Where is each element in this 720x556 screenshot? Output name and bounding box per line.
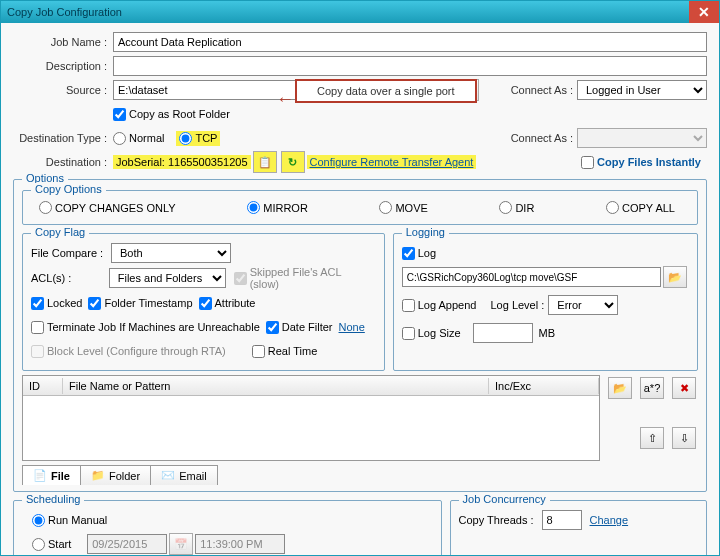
filepattern-col: File Name or Pattern <box>63 378 489 394</box>
concurrency-legend: Job Concurrency <box>459 493 550 505</box>
copyall-radio[interactable]: COPY ALL <box>606 201 675 214</box>
copythreads-label: Copy Threads : <box>459 514 534 526</box>
copy-icon: 📋 <box>258 156 272 169</box>
time-input <box>195 534 285 554</box>
folder-icon: 📁 <box>91 469 105 482</box>
filecompare-select[interactable]: Both <box>111 243 231 263</box>
folder-icon: 📂 <box>668 271 682 284</box>
terminate-checkbox[interactable]: Terminate Job If Machines are Unreachabl… <box>31 321 260 334</box>
window-title: Copy Job Configuration <box>7 6 122 18</box>
cal-button: 📅 <box>169 533 193 555</box>
email-icon: ✉️ <box>161 469 175 482</box>
filecompare-label: File Compare : <box>31 247 111 259</box>
scheduling-legend: Scheduling <box>22 493 84 505</box>
add-icon: 📂 <box>613 382 627 395</box>
folder-tab[interactable]: 📁Folder <box>80 465 151 485</box>
locked-checkbox[interactable]: Locked <box>31 297 82 310</box>
connectas2-label: Connect As : <box>511 132 573 144</box>
email-tab[interactable]: ✉️Email <box>150 465 218 485</box>
copy-serial-button[interactable]: 📋 <box>253 151 277 173</box>
copyoptions-legend: Copy Options <box>31 183 106 195</box>
logsize-checkbox[interactable]: Log Size <box>402 327 461 340</box>
arrow-icon: ← <box>276 89 294 110</box>
cal-icon: 📅 <box>174 538 188 551</box>
desttype-label: Destination Type : <box>13 132 113 144</box>
delete-pattern-button[interactable]: ✖ <box>672 377 696 399</box>
log-checkbox[interactable]: Log <box>402 247 436 260</box>
logpath-input[interactable] <box>402 267 661 287</box>
file-tab[interactable]: 📄File <box>22 465 81 485</box>
delete-icon: ✖ <box>680 382 689 395</box>
copythreads-input[interactable] <box>542 510 582 530</box>
jobserial-text: JobSerial: 1165500351205 <box>113 155 251 169</box>
connectas1-select[interactable]: Logged in User <box>577 80 707 100</box>
description-input[interactable] <box>113 56 707 76</box>
mb-label: MB <box>539 327 556 339</box>
copychanges-radio[interactable]: COPY CHANGES ONLY <box>39 201 176 214</box>
connectas1-label: Connect As : <box>511 84 573 96</box>
logappend-checkbox[interactable]: Log Append <box>402 299 477 312</box>
none-link[interactable]: None <box>339 321 365 333</box>
destination-label: Destination : <box>13 156 113 168</box>
dir-radio[interactable]: DIR <box>499 201 534 214</box>
id-col: ID <box>23 378 63 394</box>
copyinstant-checkbox[interactable]: Copy Files Instantly <box>581 156 701 169</box>
loglevel-select[interactable]: Error <box>548 295 618 315</box>
change-link[interactable]: Change <box>590 514 629 526</box>
file-icon: 📄 <box>33 469 47 482</box>
logsize-input[interactable] <box>473 323 533 343</box>
refresh-button[interactable]: ↻ <box>281 151 305 173</box>
blocklevel-checkbox: Block Level (Configure through RTA) <box>31 345 226 358</box>
start-radio[interactable]: Start <box>32 538 71 551</box>
copyflag-legend: Copy Flag <box>31 226 89 238</box>
wildcard-icon: a*? <box>644 382 661 394</box>
movedown-button[interactable]: ⇩ <box>672 427 696 449</box>
folderts-checkbox[interactable]: Folder Timestamp <box>88 297 192 310</box>
loglevel-label: Log Level : <box>490 299 544 311</box>
down-icon: ⇩ <box>680 432 689 445</box>
titlebar: Copy Job Configuration ✕ <box>1 1 719 23</box>
acls-label: ACL(s) : <box>31 272 109 284</box>
mirror-radio[interactable]: MIRROR <box>247 201 308 214</box>
config-remote-link[interactable]: Configure Remote Transfer Agent <box>307 155 477 169</box>
realtime-checkbox[interactable]: Real Time <box>252 345 318 358</box>
jobname-label: Job Name : <box>13 36 113 48</box>
source-label: Source : <box>13 84 113 96</box>
skippedacl-checkbox: Skipped File's ACL (slow) <box>234 266 370 290</box>
acls-select[interactable]: Files and Folders <box>109 268 226 288</box>
datefilter-checkbox[interactable]: Date Filter <box>266 321 333 334</box>
description-label: Description : <box>13 60 113 72</box>
logging-legend: Logging <box>402 226 449 238</box>
connectas2-select <box>577 128 707 148</box>
add-pattern-button[interactable]: 📂 <box>608 377 632 399</box>
jobname-input[interactable] <box>113 32 707 52</box>
browse-log-button[interactable]: 📂 <box>663 266 687 288</box>
date-input <box>87 534 167 554</box>
incexc-col: Inc/Exc <box>489 378 599 394</box>
moveup-button[interactable]: ⇧ <box>640 427 664 449</box>
callout-note: Copy data over a single port <box>295 79 477 103</box>
move-radio[interactable]: MOVE <box>379 201 427 214</box>
attribute-checkbox[interactable]: Attribute <box>199 297 256 310</box>
up-icon: ⇧ <box>648 432 657 445</box>
normal-radio[interactable]: Normal <box>113 132 164 145</box>
wildcard-button[interactable]: a*? <box>640 377 664 399</box>
rootfolder-checkbox[interactable]: Copy as Root Folder <box>113 108 230 121</box>
runmanual-radio[interactable]: Run Manual <box>32 514 107 527</box>
refresh-icon: ↻ <box>288 156 297 169</box>
tcp-radio[interactable]: TCP <box>176 131 220 146</box>
close-button[interactable]: ✕ <box>689 1 719 23</box>
pattern-grid: ID File Name or Pattern Inc/Exc <box>22 375 600 461</box>
